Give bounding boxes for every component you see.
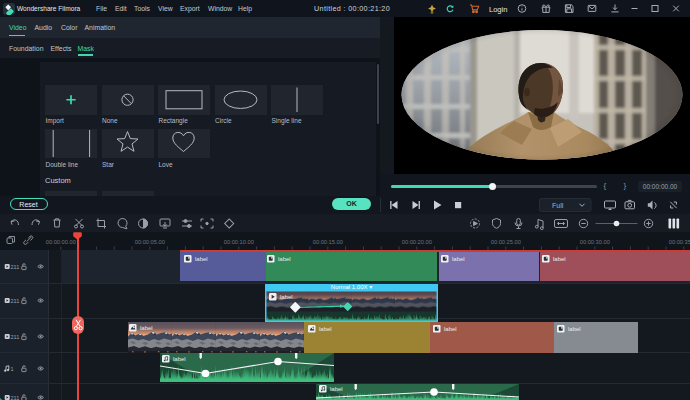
svg-text:label: label <box>330 386 343 392</box>
svg-text:211: 211 <box>11 395 20 400</box>
svg-text:00:00:10.00: 00:00:10.00 <box>224 239 254 245</box>
svg-text:211: 211 <box>11 264 20 270</box>
svg-text:00:00:30.00: 00:00:30.00 <box>580 239 610 245</box>
svg-text:211: 211 <box>11 297 20 303</box>
svg-text:label: label <box>568 326 581 332</box>
svg-text:label: label <box>444 326 457 332</box>
svg-text:Login: Login <box>489 5 507 14</box>
svg-text:00:00:15.00: 00:00:15.00 <box>313 239 343 245</box>
svg-text:00:00:35.00: 00:00:35.00 <box>669 239 690 245</box>
svg-text:label: label <box>140 325 153 331</box>
svg-text:label: label <box>553 256 566 262</box>
svg-text:label: label <box>173 356 186 362</box>
svg-text:1: 1 <box>11 365 14 371</box>
svg-text:Full: Full <box>552 202 564 209</box>
svg-text:00:00:00.00: 00:00:00.00 <box>46 239 76 245</box>
svg-text:00:00:20.00: 00:00:20.00 <box>402 239 432 245</box>
svg-text:label: label <box>452 256 465 262</box>
svg-text:label: label <box>278 256 291 262</box>
svg-text:label: label <box>319 326 332 332</box>
svg-text:00:00:05.00: 00:00:05.00 <box>135 239 165 245</box>
svg-text:label: label <box>195 256 208 262</box>
svg-text:211: 211 <box>11 333 20 339</box>
svg-text:label: label <box>280 294 293 300</box>
svg-text:00:00:25.00: 00:00:25.00 <box>491 239 521 245</box>
